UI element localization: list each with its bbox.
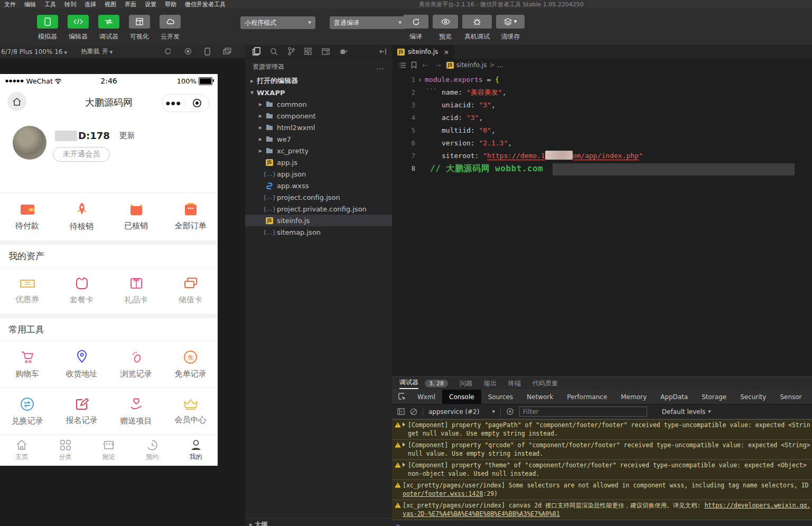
folder-html2wxml[interactable]: ▶ html2wxml xyxy=(245,122,392,133)
console-warning[interactable]: [xc_pretty/pages/user/index] Some select… xyxy=(392,479,812,500)
folder-component[interactable]: ▶ component xyxy=(245,110,392,122)
clear-console-icon[interactable] xyxy=(410,408,417,416)
outline-list-icon[interactable] xyxy=(398,62,406,68)
code-area[interactable]: ··· 1∨module.exports = { 2name: "美容美发", … xyxy=(392,73,812,175)
menu-edit[interactable]: 编辑 xyxy=(20,1,40,8)
menu-tools[interactable]: 工具 xyxy=(40,1,60,8)
tab-home[interactable]: 主页 xyxy=(0,435,43,466)
extensions-icon[interactable] xyxy=(304,48,312,56)
fold-chevron-icon[interactable]: ∨ xyxy=(415,73,425,86)
eye-icon[interactable] xyxy=(506,408,514,416)
stored-value-card-item[interactable]: 储值卡 xyxy=(163,267,218,314)
restart-icon[interactable] xyxy=(164,48,172,56)
siteroot-url[interactable]: https://demo.1 xyxy=(487,152,545,160)
pending-payment-item[interactable]: 待付款 xyxy=(0,193,54,241)
collapse-panel-icon[interactable] xyxy=(379,48,387,55)
forward-icon[interactable]: → xyxy=(435,61,441,69)
device-frame-icon[interactable] xyxy=(204,48,210,56)
close-minimize-button[interactable] xyxy=(186,98,209,108)
debugger-toggle-button[interactable]: 调试器 xyxy=(96,15,122,41)
update-link[interactable]: 更新 xyxy=(119,131,135,141)
docs-link[interactable]: vas-2D-%E7%A4%BA%E4%BE%8B%E4%BB%A3%E7%A0… xyxy=(403,510,560,518)
bookmark-icon[interactable] xyxy=(411,61,417,69)
expand-arrow-icon[interactable] xyxy=(403,442,405,447)
devtools-tab-security[interactable]: Security xyxy=(733,390,773,404)
avatar[interactable] xyxy=(13,126,46,160)
console-warning[interactable]: [xc_pretty/pages/user/index] canvas 2d 接… xyxy=(392,500,812,520)
devtools-tab-network[interactable]: Network xyxy=(520,390,560,404)
compile-mode-select[interactable]: 普通编译 ▼ xyxy=(330,16,406,29)
devtools-tab-appdata[interactable]: AppData xyxy=(654,390,695,404)
menu-devtools[interactable]: 微信开发者工具 xyxy=(181,1,230,8)
visualize-toggle-button[interactable]: 可视化 xyxy=(127,15,152,41)
clear-cache-button[interactable]: ▼ 清缓存 xyxy=(496,15,525,41)
free-order-item[interactable]: 免 免单记录 xyxy=(163,341,218,387)
record-icon[interactable] xyxy=(184,48,192,56)
tab-mine[interactable]: 我的 xyxy=(174,435,218,466)
teapot-icon[interactable] xyxy=(339,48,348,54)
context-select[interactable]: appservice (#2) ▼ xyxy=(428,408,495,416)
breadcrumb-file[interactable]: siteinfo.js xyxy=(456,61,487,69)
folder-xc-pretty[interactable]: ▶ xc_pretty xyxy=(245,145,392,156)
mode-select[interactable]: 小程序模式 ▼ xyxy=(240,16,315,29)
hot-reload-select[interactable]: 热重载 开▼ xyxy=(81,47,113,56)
project-root-section[interactable]: ▼ WXAPP xyxy=(245,87,392,98)
console-filter-input[interactable] xyxy=(519,407,647,417)
coupon-item[interactable]: 优惠券 xyxy=(0,267,54,314)
preview-button[interactable]: 预览 xyxy=(433,15,458,41)
member-status-badge[interactable]: 未开通会员 xyxy=(53,147,110,162)
panel-tab-output[interactable]: 输出 xyxy=(484,379,497,388)
devtools-tab-sources[interactable]: Sources xyxy=(481,390,520,404)
editor-tab-siteinfo[interactable]: JS siteinfo.js × xyxy=(392,45,454,59)
editor-toggle-button[interactable]: 编辑器 xyxy=(66,15,91,41)
siteroot-url[interactable]: om/app/index.php xyxy=(573,152,639,160)
devtools-tab-sensor[interactable]: Sensor xyxy=(773,390,808,404)
wxss-source-link[interactable]: ooter/footer.wxss:1428 xyxy=(403,490,483,497)
menu-view[interactable]: 视图 xyxy=(100,1,120,8)
inspect-element-icon[interactable] xyxy=(392,393,410,401)
compile-button[interactable]: 编译 xyxy=(403,15,428,41)
console-warning[interactable]: [Component] property "pagePath" of "comp… xyxy=(392,419,812,439)
signup-record-item[interactable]: 报名记录 xyxy=(54,388,109,435)
console-warning[interactable]: [Component] property "theme" of "compone… xyxy=(392,459,812,479)
git-branch-icon[interactable] xyxy=(287,47,295,56)
remote-debug-button[interactable]: 真机调试 xyxy=(462,15,492,41)
multi-window-icon[interactable] xyxy=(223,48,231,56)
file-project-config[interactable]: {..} project.config.json xyxy=(245,191,392,203)
log-levels-select[interactable]: Default levels ▼ xyxy=(662,408,711,416)
folder-common[interactable]: ▶ common xyxy=(245,98,392,110)
devtools-tab-mock[interactable]: Mock xyxy=(809,390,812,404)
console-warning[interactable]: [Component] property "qrcode" of "compon… xyxy=(392,439,812,459)
address-item[interactable]: 收货地址 xyxy=(54,341,109,387)
history-item[interactable]: 浏览记录 xyxy=(109,341,163,387)
close-tab-icon[interactable]: × xyxy=(443,48,449,56)
devtools-tab-storage[interactable]: Storage xyxy=(695,390,733,404)
expand-arrow-icon[interactable] xyxy=(403,422,405,427)
window-layout-icon[interactable] xyxy=(322,48,330,55)
menu-file[interactable]: 文件 xyxy=(0,1,20,8)
file-sitemap-json[interactable]: {..} sitemap.json xyxy=(245,226,392,238)
back-icon[interactable]: ← xyxy=(422,61,428,69)
panel-tab-problems[interactable]: 问题 xyxy=(460,379,472,388)
menu-help[interactable]: 帮助 xyxy=(161,1,181,8)
home-button[interactable] xyxy=(7,92,26,111)
open-editors-section[interactable]: ▶ 打开的编辑器 xyxy=(245,75,392,87)
tab-booking[interactable]: 预约 xyxy=(130,435,174,466)
more-menu-button[interactable]: ●●● xyxy=(162,100,185,106)
breadcrumb-more[interactable]: ... xyxy=(497,61,503,69)
docs-link[interactable]: https://developers.weixin.qq.co xyxy=(704,502,810,509)
all-orders-item[interactable]: 全部订单 xyxy=(163,193,218,241)
menu-interface[interactable]: 界面 xyxy=(120,1,141,8)
menu-settings[interactable]: 设置 xyxy=(141,1,161,8)
explorer-more-button[interactable]: ... xyxy=(377,63,385,71)
panel-tab-code-quality[interactable]: 代码质量 xyxy=(533,379,558,388)
verified-item[interactable]: 已核销 xyxy=(109,193,163,241)
package-card-item[interactable]: 套餐卡 xyxy=(54,267,109,314)
gift-project-item[interactable]: 赠送项目 xyxy=(109,388,163,435)
console-prompt[interactable]: > xyxy=(392,520,812,526)
tab-nearby[interactable]: 附近 xyxy=(87,435,130,466)
search-icon[interactable] xyxy=(270,48,278,56)
member-center-item[interactable]: 会员中心 xyxy=(163,388,218,435)
cloud-dev-button[interactable]: 云开发 xyxy=(157,15,183,41)
file-siteinfo-js[interactable]: JS siteinfo.js xyxy=(245,215,392,226)
